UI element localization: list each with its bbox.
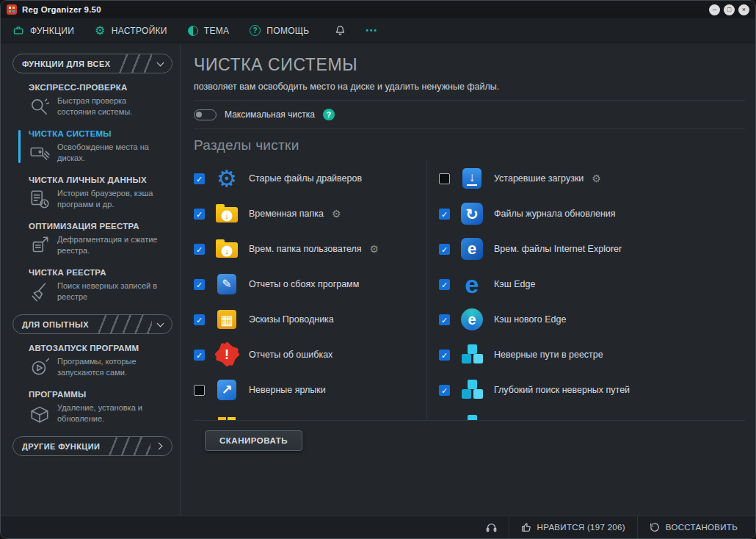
sidebar-item-system-clean[interactable]: ЧИСТКА СИСТЕМЫ Освобождение места на дис… bbox=[12, 129, 172, 164]
deep-search-icon bbox=[458, 377, 486, 403]
window-title: Reg Organizer 9.50 bbox=[22, 5, 101, 14]
minimize-button[interactable]: – bbox=[709, 4, 720, 15]
max-clean-label: Максимальная чистка bbox=[225, 109, 315, 120]
bell-icon bbox=[335, 25, 346, 36]
maximize-button[interactable]: □ bbox=[724, 4, 735, 15]
cleanup-item-obsolete-downloads: ↓ Устаревшие загрузки bbox=[439, 161, 745, 196]
like-button[interactable]: НРАВИТСЯ (197 206) bbox=[509, 516, 637, 538]
theme-icon bbox=[188, 26, 198, 36]
sidebar-item-programs[interactable]: ПРОГРАММЫ Удаление, установка и обновлен… bbox=[12, 390, 172, 425]
checkbox[interactable] bbox=[194, 385, 205, 396]
window-controls: – □ × bbox=[709, 4, 749, 15]
sidebar-item-title: ПРОГРАММЫ bbox=[29, 390, 172, 399]
sidebar-item-private-data[interactable]: ЧИСТКА ЛИЧНЫХ ДАННЫХ История браузеров, … bbox=[12, 176, 172, 211]
cleanup-item-label: Старые файлы драйверов bbox=[249, 173, 362, 184]
checkbox[interactable] bbox=[194, 173, 205, 184]
cleanup-list: ⚙ Старые файлы драйверов ↓ Временная пап… bbox=[194, 161, 745, 420]
max-clean-toggle[interactable] bbox=[194, 109, 217, 120]
cleanup-item-label: Врем. папка пользователя bbox=[249, 244, 362, 254]
cleanup-column-left: ⚙ Старые файлы драйверов ↓ Временная пап… bbox=[194, 161, 426, 420]
sidebar-item-registry-optimize[interactable]: ОПТИМИЗАЦИЯ РЕЕСТРА Дефрагментация и сжа… bbox=[12, 222, 172, 257]
menu-theme[interactable]: ТЕМА bbox=[188, 26, 230, 36]
cleanup-item-label: Кэш нового Edge bbox=[494, 314, 566, 325]
cleanup-item-deep-path-search: Глубокий поиск неверных путей bbox=[439, 372, 745, 408]
gear-icon: ⚙ bbox=[95, 25, 106, 37]
cleanup-item-label: Неверные ярлыки bbox=[249, 385, 326, 395]
update-log-icon: ↻ bbox=[458, 200, 486, 227]
checkbox[interactable] bbox=[194, 350, 205, 361]
checkbox[interactable] bbox=[439, 173, 450, 184]
menu-functions[interactable]: ФУНКЦИИ bbox=[12, 25, 74, 36]
checkbox[interactable] bbox=[439, 314, 450, 325]
broom-icon bbox=[29, 281, 51, 303]
checkbox[interactable] bbox=[439, 279, 450, 290]
history-document-icon bbox=[29, 189, 51, 211]
sidebar-item-title: ЭКСПРЕСС-ПРОВЕРКА bbox=[29, 83, 172, 92]
checkbox[interactable] bbox=[439, 420, 450, 421]
restore-button[interactable]: ВОССТАНОВИТЬ bbox=[637, 516, 749, 538]
cleanup-item-label: Кэш Edge bbox=[494, 279, 535, 289]
page-title: ЧИСТКА СИСТЕМЫ bbox=[194, 55, 745, 75]
stripes-decoration bbox=[117, 54, 152, 73]
cleanup-item-crash-reports: ✎ Отчеты о сбоях программ bbox=[194, 267, 426, 302]
sidebar-item-autostart[interactable]: АВТОЗАПУСК ПРОГРАММ Программы, которые з… bbox=[12, 344, 172, 379]
cleanup-item-temp-folder: ↓ Временная папка bbox=[194, 196, 426, 231]
checkbox[interactable] bbox=[194, 279, 205, 290]
checkbox[interactable] bbox=[439, 244, 450, 255]
page-subtitle: позволяет вам освободить место на диске … bbox=[194, 82, 745, 92]
scan-button[interactable]: СКАНИРОВАТЬ bbox=[205, 430, 302, 451]
section-other-label: ДРУГИЕ ФУНКЦИИ bbox=[22, 442, 100, 451]
user-temp-folder-icon: ↓ bbox=[213, 236, 241, 262]
sidebar-item-express-check[interactable]: ЭКСПРЕСС-ПРОВЕРКА Быстрая проверка состо… bbox=[12, 83, 172, 118]
item-settings-gear-icon[interactable] bbox=[592, 173, 601, 184]
cleanup-item-ie-temp-files: e Врем. файлы Internet Explorer bbox=[439, 231, 745, 267]
cleanup-item-label: Файлы журнала обновления bbox=[494, 209, 616, 219]
checkbox[interactable] bbox=[194, 209, 205, 220]
icon-glyph: ↓ bbox=[222, 210, 233, 221]
icon-glyph: ↓ bbox=[222, 245, 233, 256]
chevron-right-icon bbox=[156, 443, 163, 450]
chevron-down-icon bbox=[157, 59, 164, 66]
checkbox[interactable] bbox=[194, 314, 205, 325]
explorer-thumbnails-icon: ▦ bbox=[213, 306, 241, 333]
system-logs-icon bbox=[213, 412, 241, 420]
sidebar-item-title: АВТОЗАПУСК ПРОГРАММ bbox=[29, 344, 172, 352]
section-advanced-label: ДЛЯ ОПЫТНЫХ bbox=[22, 320, 89, 329]
audio-button[interactable] bbox=[474, 516, 509, 538]
stripes-decoration bbox=[107, 436, 150, 456]
checkbox[interactable] bbox=[194, 420, 205, 421]
cleanup-item-invalid-shortcuts: ↗ Неверные ярлыки bbox=[194, 372, 426, 408]
cleanup-item-label: Эскизы Проводника bbox=[249, 314, 334, 325]
sidebar-section-all[interactable]: ФУНКЦИИ ДЛЯ ВСЕХ bbox=[12, 54, 172, 73]
notifications-button[interactable] bbox=[335, 25, 346, 36]
sidebar-section-other[interactable]: ДРУГИЕ ФУНКЦИИ bbox=[12, 436, 172, 456]
sidebar-item-desc: Быстрая проверка состояния системы. bbox=[57, 95, 161, 118]
sidebar-item-title: ЧИСТКА ЛИЧНЫХ ДАННЫХ bbox=[29, 176, 172, 184]
sidebar-item-registry-clean[interactable]: ЧИСТКА РЕЕСТРА Поиск неверных записей в … bbox=[12, 268, 172, 303]
sidebar-item-desc: Поиск неверных записей в реестре bbox=[57, 281, 161, 303]
checkbox[interactable] bbox=[439, 350, 450, 361]
sidebar-section-advanced[interactable]: ДЛЯ ОПЫТНЫХ bbox=[12, 314, 172, 334]
more-menu-button[interactable]: ••• bbox=[366, 26, 379, 35]
menu-help[interactable]: ? ПОМОЩЬ bbox=[250, 25, 309, 36]
cleanup-item-update-logs: ↻ Файлы журнала обновления bbox=[439, 196, 745, 231]
icon-glyph: e bbox=[465, 272, 479, 297]
checkbox[interactable] bbox=[439, 209, 450, 220]
compress-box-icon bbox=[29, 235, 51, 257]
item-settings-gear-icon[interactable] bbox=[370, 244, 379, 254]
close-button[interactable]: × bbox=[738, 4, 749, 15]
restore-icon bbox=[650, 522, 660, 532]
title-bar[interactable]: Reg Organizer 9.50 – □ × bbox=[1, 1, 755, 18]
sidebar-item-desc: История браузеров, кэша программ и др. bbox=[57, 188, 161, 211]
cleanup-item-error-reports: ! Отчеты об ошибках bbox=[194, 337, 426, 372]
item-settings-gear-icon[interactable] bbox=[332, 209, 341, 219]
checkbox[interactable] bbox=[194, 244, 205, 255]
error-reports-icon: ! bbox=[213, 341, 241, 368]
obsolete-downloads-icon: ↓ bbox=[458, 165, 486, 192]
question-badge-icon[interactable]: ? bbox=[323, 109, 335, 120]
thumbs-up-icon bbox=[521, 522, 531, 532]
menu-settings[interactable]: ⚙ НАСТРОЙКИ bbox=[95, 25, 167, 37]
icon-glyph: ↗ bbox=[221, 383, 232, 397]
checkbox[interactable] bbox=[439, 385, 450, 396]
menu-functions-label: ФУНКЦИИ bbox=[30, 26, 74, 36]
